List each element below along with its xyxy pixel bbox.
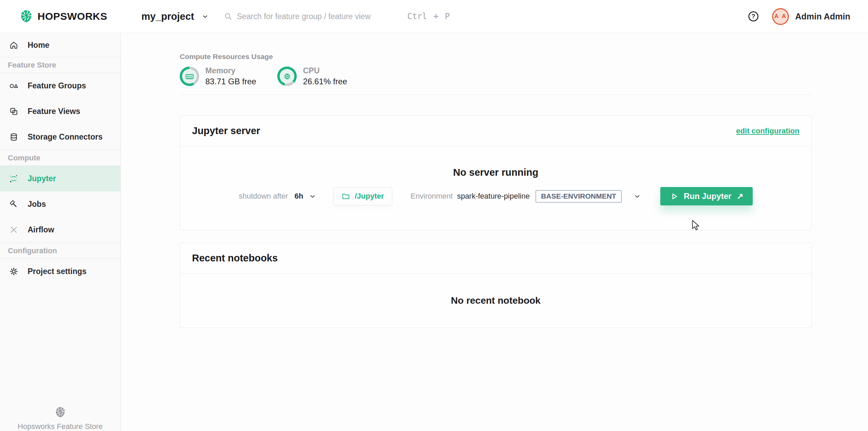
topbar: HOPSWORKS my_project Ctrl + P ? A A Admi… xyxy=(0,0,868,33)
jupyter-card-header: Jupyter server edit configuration xyxy=(180,116,811,146)
shutdown-after-label: shutdown after xyxy=(239,192,288,201)
cpu-label: CPU xyxy=(303,66,347,75)
environment-chevron-icon[interactable] xyxy=(634,193,641,200)
jupyter-folder-button[interactable]: /Jupyter xyxy=(333,187,392,205)
sidebar-section-feature-store: Feature Store xyxy=(0,57,120,73)
notebooks-empty-message: No recent notebook xyxy=(451,295,541,306)
jobs-icon xyxy=(9,200,18,209)
sidebar: Home Feature Store Feature Groups Featur… xyxy=(0,33,121,431)
edit-configuration-link[interactable]: edit configuration xyxy=(736,127,799,135)
sidebar-item-label: Feature Groups xyxy=(28,81,86,90)
footer-product-name: Hopsworks Feature Store xyxy=(0,422,120,431)
project-selector[interactable]: my_project xyxy=(142,11,209,22)
sidebar-item-label: Project settings xyxy=(28,267,87,276)
environment-value: spark-feature-pipeline xyxy=(457,192,530,201)
sidebar-item-label: Feature Views xyxy=(28,107,80,116)
recent-notebooks-card: Recent notebooks No recent notebook xyxy=(180,243,812,328)
sidebar-item-feature-views[interactable]: Feature Views xyxy=(0,99,120,124)
jupyter-card-body: No server running shutdown after 6h /Jup… xyxy=(180,146,811,230)
section-label: Configuration xyxy=(8,246,57,255)
svg-text:?: ? xyxy=(752,13,755,20)
jupyter-icon xyxy=(9,174,18,183)
memory-icon xyxy=(185,71,195,82)
run-jupyter-button[interactable]: Run Jupyter ↗ xyxy=(660,187,753,205)
resources-divider xyxy=(180,95,812,95)
cpu-usage-ring xyxy=(277,67,297,86)
folder-path: /Jupyter xyxy=(355,192,384,201)
notebooks-card-header: Recent notebooks xyxy=(180,243,811,274)
notebooks-card-title: Recent notebooks xyxy=(192,253,278,264)
run-jupyter-label: Run Jupyter xyxy=(684,191,732,201)
memory-usage-ring xyxy=(180,67,199,86)
storage-connectors-icon xyxy=(9,132,18,142)
environment-badge[interactable]: BASE-ENVIRONMENT xyxy=(535,190,622,203)
sidebar-item-label: Storage Connectors xyxy=(28,132,103,142)
user-name: Admin Admin xyxy=(795,12,850,21)
resources-row: Memory 83.71 GB free xyxy=(180,66,868,86)
sidebar-item-feature-groups[interactable]: Feature Groups xyxy=(0,73,120,99)
memory-label: Memory xyxy=(205,66,256,75)
feature-groups-icon xyxy=(9,81,18,90)
search-icon xyxy=(224,12,233,21)
external-arrow-icon: ↗ xyxy=(737,191,744,201)
environment-label: Environment xyxy=(411,192,453,201)
shortcut-key: P xyxy=(445,12,450,21)
sidebar-item-airflow[interactable]: Airflow xyxy=(0,217,120,243)
play-icon xyxy=(670,192,679,201)
sidebar-item-jupyter[interactable]: Jupyter xyxy=(0,166,120,191)
sidebar-item-label: Airflow xyxy=(28,225,54,234)
shortcut-mod: Ctrl xyxy=(407,12,427,21)
hopsworks-logo[interactable]: HOPSWORKS xyxy=(20,10,107,23)
folder-icon xyxy=(341,192,350,201)
sidebar-item-jobs[interactable]: Jobs xyxy=(0,191,120,217)
cpu-value: 26.61% free xyxy=(303,77,347,86)
hopsworks-logo-icon xyxy=(20,10,33,23)
mouse-cursor xyxy=(691,220,700,230)
sidebar-item-storage-connectors[interactable]: Storage Connectors xyxy=(0,124,120,150)
avatar-initials: A A xyxy=(774,13,787,20)
airflow-icon xyxy=(9,225,18,234)
search-input[interactable] xyxy=(237,12,383,21)
shutdown-value[interactable]: 6h xyxy=(295,192,304,201)
chevron-down-icon xyxy=(202,13,209,20)
sidebar-section-compute: Compute xyxy=(0,150,120,166)
sidebar-item-label: Home xyxy=(28,41,49,50)
main-content: Compute Resources Usage Memory 83.71 GB … xyxy=(121,33,868,431)
cpu-stat: CPU 26.61% free xyxy=(277,66,347,86)
jupyter-server-card: Jupyter server edit configuration No ser… xyxy=(180,115,812,230)
cpu-icon xyxy=(282,71,292,82)
section-label: Compute xyxy=(8,154,40,162)
sidebar-item-label: Jobs xyxy=(28,200,46,209)
memory-value: 83.71 GB free xyxy=(205,77,256,86)
shortcut-plus: + xyxy=(433,11,439,22)
topbar-right: ? A A Admin Admin xyxy=(748,8,850,25)
section-label: Feature Store xyxy=(8,61,56,70)
server-status: No server running xyxy=(180,146,811,178)
sidebar-footer: Hopsworks Feature Store 4.0.0-SNAPSHOT xyxy=(0,406,120,431)
jupyter-card-title: Jupyter server xyxy=(192,125,260,137)
shutdown-chevron-icon[interactable] xyxy=(309,193,316,200)
jupyter-controls: shutdown after 6h /Jupyter Environment s… xyxy=(180,187,811,205)
sidebar-section-configuration: Configuration xyxy=(0,243,120,259)
search-shortcut-hint: Ctrl + P xyxy=(407,11,450,22)
brand-text: HOPSWORKS xyxy=(38,11,107,22)
avatar[interactable]: A A xyxy=(772,8,789,25)
project-name: my_project xyxy=(142,11,194,22)
notebooks-card-body: No recent notebook xyxy=(180,274,811,328)
footer-logo-icon xyxy=(55,406,66,418)
home-icon xyxy=(9,41,18,50)
sidebar-item-home[interactable]: Home xyxy=(0,33,120,57)
memory-stat: Memory 83.71 GB free xyxy=(180,66,256,86)
sidebar-item-project-settings[interactable]: Project settings xyxy=(0,259,120,284)
sidebar-item-label: Jupyter xyxy=(28,174,56,183)
resources-title: Compute Resources Usage xyxy=(180,53,868,61)
feature-views-icon xyxy=(9,107,18,116)
global-search xyxy=(224,12,383,21)
gear-icon xyxy=(9,267,18,276)
help-icon[interactable]: ? xyxy=(748,11,759,22)
